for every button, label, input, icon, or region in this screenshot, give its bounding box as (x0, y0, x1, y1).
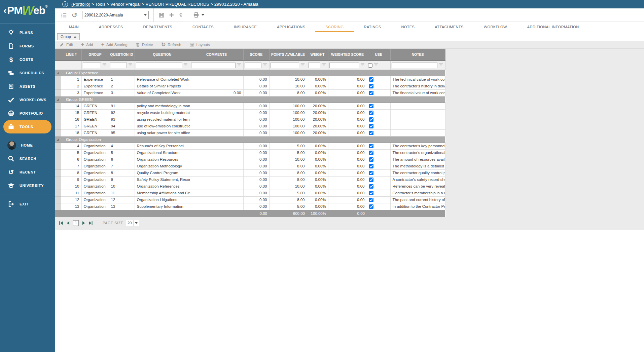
sidebar-item-workflows[interactable]: WORKFLOWS (3, 93, 51, 107)
tab-attachments[interactable]: ATTACHMENTS (425, 22, 473, 32)
use-checkbox[interactable] (369, 157, 373, 162)
use-checkbox[interactable] (369, 178, 373, 182)
tab-insurance[interactable]: INSURANCE (224, 22, 267, 32)
use-checkbox[interactable] (369, 77, 373, 82)
column-header-score[interactable]: SCORE (243, 49, 269, 61)
sidebar-item-plans[interactable]: PLANS (3, 26, 51, 39)
tab-applications[interactable]: APPLICATIONS (267, 22, 315, 32)
previous-page-icon[interactable] (66, 221, 71, 226)
table-row[interactable]: 12Organization12Organization Litigations… (55, 196, 445, 203)
row-handle[interactable] (55, 123, 61, 129)
column-header-weight[interactable]: WEIGHT (307, 49, 328, 61)
use-checkbox[interactable] (369, 84, 373, 88)
pmweb-logo[interactable]: ‹PMWeb® (0, 0, 55, 21)
table-row[interactable]: 13Organization13Supplementary Informatio… (55, 203, 445, 210)
filter-input-group[interactable] (83, 63, 101, 68)
use-checkbox[interactable] (369, 198, 373, 202)
row-handle[interactable] (55, 190, 61, 196)
history-icon[interactable]: ↺ (72, 12, 77, 18)
filter-input-weighted-score[interactable] (329, 63, 359, 68)
add-icon[interactable]: + (169, 11, 174, 19)
sidebar-item-tools[interactable]: TOOLS (3, 120, 51, 133)
table-row[interactable]: 1Experience1Relevance of Completed Work0… (55, 76, 445, 83)
add-scoring-button[interactable]: +Add Scoring (101, 42, 128, 47)
use-checkbox[interactable] (369, 144, 373, 148)
filter-input-score[interactable] (245, 63, 261, 68)
table-row[interactable]: 17GREEN94use of low-emission constructio… (55, 123, 445, 129)
table-row[interactable]: 7Organization7Organization Methodology0.… (55, 163, 445, 169)
filter-icon[interactable] (360, 63, 365, 68)
row-handle[interactable] (55, 116, 61, 123)
use-checkbox[interactable] (369, 204, 373, 209)
filter-icon[interactable] (322, 63, 326, 68)
filter-input-notes[interactable] (392, 63, 437, 68)
use-checkbox[interactable] (369, 124, 373, 128)
sidebar-item-costs[interactable]: $COSTS (3, 53, 51, 66)
filter-input-question[interactable] (136, 63, 182, 68)
filter-use-checkbox[interactable] (368, 63, 372, 68)
filter-input-points-available[interactable] (271, 63, 299, 68)
add-button[interactable]: +Add (81, 42, 93, 47)
use-checkbox[interactable] (369, 184, 373, 189)
record-selector-dropdown-button[interactable] (142, 11, 148, 19)
row-handle[interactable] (55, 183, 61, 190)
column-header-points-available[interactable]: POINTS AVAILABLE (269, 49, 307, 61)
column-header-line[interactable]: LINE # (61, 49, 81, 61)
use-checkbox[interactable] (369, 117, 373, 122)
edit-button[interactable]: Edit (60, 42, 73, 47)
sidebar-item-search[interactable]: SEARCH (3, 152, 51, 165)
filter-icon[interactable] (374, 63, 378, 68)
next-page-icon[interactable] (81, 221, 86, 226)
table-row[interactable]: 11Organization11Membership Affiliations … (55, 190, 445, 196)
group-header-row[interactable]: Group: Experience (55, 70, 445, 76)
column-header-comments[interactable]: COMMENTS (190, 49, 243, 61)
table-row[interactable]: 6Organization6Organization Resources0.00… (55, 156, 445, 163)
column-header-question-id[interactable]: QUESTION ID (109, 49, 135, 61)
delete-button[interactable]: Delete (136, 42, 153, 47)
last-page-icon[interactable] (88, 221, 93, 226)
print-dropdown-chevron-icon[interactable] (202, 14, 204, 16)
row-handle[interactable] (55, 83, 61, 89)
refresh-button[interactable]: ↻Refresh (161, 42, 181, 47)
breadcrumb-portfolio-link[interactable]: (Portfolio) (71, 2, 90, 7)
use-checkbox[interactable] (369, 104, 373, 108)
use-checkbox[interactable] (369, 131, 373, 135)
first-page-icon[interactable] (59, 221, 64, 226)
row-handle[interactable] (55, 149, 61, 156)
column-header-weighted-score[interactable]: WEIGHTED SCORE (328, 49, 367, 61)
sidebar-item-schedules[interactable]: SCHEDULES (3, 66, 51, 80)
filter-icon[interactable] (439, 63, 443, 68)
row-handle[interactable] (55, 196, 61, 203)
tab-contacts[interactable]: CONTACTS (182, 22, 224, 32)
row-handle[interactable] (55, 129, 61, 136)
row-handle[interactable] (55, 76, 61, 83)
info-icon[interactable]: i (62, 1, 68, 7)
use-checkbox[interactable] (369, 164, 373, 168)
use-checkbox[interactable] (369, 151, 373, 155)
tab-additional-information[interactable]: ADDITIONAL INFORMATION (517, 22, 589, 32)
use-checkbox[interactable] (369, 111, 373, 115)
tab-ratings[interactable]: RATINGS (354, 22, 391, 32)
sidebar-item-forms[interactable]: FORMS (3, 39, 51, 53)
page-size-select[interactable]: 20 (126, 220, 139, 226)
row-handle[interactable] (55, 203, 61, 210)
print-icon[interactable] (193, 12, 200, 18)
filter-icon[interactable] (300, 63, 305, 68)
collapse-triangle-icon[interactable] (57, 139, 59, 141)
use-checkbox[interactable] (369, 171, 373, 175)
delete-icon[interactable] (179, 13, 183, 17)
row-handle[interactable] (55, 89, 61, 96)
table-row[interactable]: 5Organization5Organizational Structure0.… (55, 149, 445, 156)
row-handle[interactable] (55, 163, 61, 169)
filter-input-comments[interactable] (191, 63, 236, 68)
table-row[interactable]: 3Experience3Value of Completed Work0.000… (55, 89, 445, 96)
numbered-list-icon[interactable]: 123 (61, 12, 67, 18)
table-row[interactable]: 18GREEN95using solar power for site offi… (55, 129, 445, 136)
sidebar-item-assets[interactable]: ASSETS (3, 80, 51, 93)
record-selector[interactable]: 299012.2020-Amaala (82, 11, 149, 19)
sidebar-item-university[interactable]: UNIVERSITY (3, 179, 51, 192)
filter-icon[interactable] (263, 63, 267, 68)
save-icon[interactable] (158, 12, 165, 18)
current-page-box[interactable]: 1 (73, 220, 79, 226)
tab-notes[interactable]: NOTES (391, 22, 425, 32)
